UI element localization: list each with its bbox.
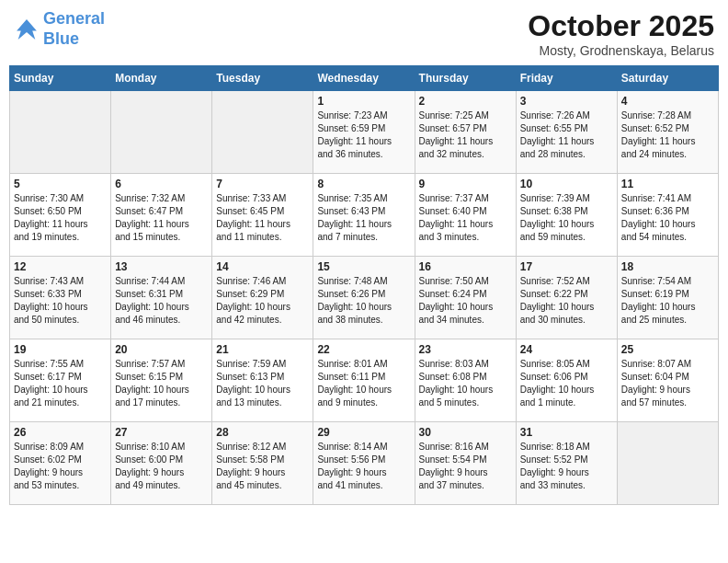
title-block: October 2025 Mosty, Grodnenskaya, Belaru… [528, 9, 714, 58]
day-number: 1 [317, 95, 410, 108]
calendar-cell: 29Sunrise: 8:14 AM Sunset: 5:56 PM Dayli… [313, 422, 415, 505]
header-saturday: Saturday [617, 66, 718, 91]
calendar-cell: 23Sunrise: 8:03 AM Sunset: 6:08 PM Dayli… [415, 339, 516, 422]
day-number: 27 [115, 426, 208, 439]
calendar-week-0: 1Sunrise: 7:23 AM Sunset: 6:59 PM Daylig… [10, 91, 719, 174]
day-number: 29 [317, 426, 410, 439]
day-info: Sunrise: 7:26 AM Sunset: 6:55 PM Dayligh… [520, 109, 613, 161]
day-info: Sunrise: 7:57 AM Sunset: 6:15 PM Dayligh… [115, 358, 208, 409]
calendar-cell: 13Sunrise: 7:44 AM Sunset: 6:31 PM Dayli… [111, 257, 212, 339]
header-friday: Friday [516, 66, 617, 91]
calendar-cell: 15Sunrise: 7:48 AM Sunset: 6:26 PM Dayli… [313, 257, 415, 339]
day-number: 14 [216, 260, 309, 273]
day-info: Sunrise: 7:25 AM Sunset: 6:57 PM Dayligh… [419, 109, 512, 161]
day-number: 8 [317, 178, 410, 190]
logo: General Blue [14, 9, 105, 49]
header-sunday: Sunday [10, 66, 111, 91]
header-monday: Monday [111, 66, 212, 91]
day-number: 6 [115, 178, 208, 190]
calendar-cell: 20Sunrise: 7:57 AM Sunset: 6:15 PM Dayli… [111, 339, 212, 422]
day-number: 17 [520, 260, 613, 273]
header-wednesday: Wednesday [313, 66, 415, 91]
header-tuesday: Tuesday [212, 66, 313, 91]
day-number: 12 [14, 260, 107, 273]
day-info: Sunrise: 7:33 AM Sunset: 6:45 PM Dayligh… [216, 192, 309, 244]
logo-line1: General [43, 9, 105, 28]
day-info: Sunrise: 8:16 AM Sunset: 5:54 PM Dayligh… [419, 441, 512, 492]
calendar-cell: 30Sunrise: 8:16 AM Sunset: 5:54 PM Dayli… [415, 422, 516, 505]
day-info: Sunrise: 8:07 AM Sunset: 6:04 PM Dayligh… [621, 358, 714, 409]
day-info: Sunrise: 7:44 AM Sunset: 6:31 PM Dayligh… [115, 275, 208, 327]
calendar-cell [617, 422, 718, 505]
calendar-week-2: 12Sunrise: 7:43 AM Sunset: 6:33 PM Dayli… [10, 257, 719, 339]
calendar-cell: 25Sunrise: 8:07 AM Sunset: 6:04 PM Dayli… [617, 339, 718, 422]
calendar-cell: 28Sunrise: 8:12 AM Sunset: 5:58 PM Dayli… [212, 422, 313, 505]
calendar-cell: 1Sunrise: 7:23 AM Sunset: 6:59 PM Daylig… [313, 91, 415, 174]
day-info: Sunrise: 7:48 AM Sunset: 6:26 PM Dayligh… [317, 275, 410, 327]
calendar-cell: 6Sunrise: 7:32 AM Sunset: 6:47 PM Daylig… [111, 174, 212, 257]
day-info: Sunrise: 7:46 AM Sunset: 6:29 PM Dayligh… [216, 275, 309, 327]
day-number: 9 [419, 178, 512, 190]
day-info: Sunrise: 8:05 AM Sunset: 6:06 PM Dayligh… [520, 358, 613, 409]
day-number: 13 [115, 260, 208, 273]
logo-text: General Blue [43, 9, 105, 49]
calendar-cell: 18Sunrise: 7:54 AM Sunset: 6:19 PM Dayli… [617, 257, 718, 339]
calendar-cell: 31Sunrise: 8:18 AM Sunset: 5:52 PM Dayli… [516, 422, 617, 505]
day-number: 3 [520, 95, 613, 108]
day-number: 20 [115, 343, 208, 356]
day-info: Sunrise: 7:54 AM Sunset: 6:19 PM Dayligh… [621, 275, 714, 327]
day-number: 2 [419, 95, 512, 108]
day-number: 4 [621, 95, 714, 108]
calendar-cell: 24Sunrise: 8:05 AM Sunset: 6:06 PM Dayli… [516, 339, 617, 422]
month-title: October 2025 [528, 9, 714, 43]
day-number: 25 [621, 343, 714, 356]
calendar-cell: 9Sunrise: 7:37 AM Sunset: 6:40 PM Daylig… [415, 174, 516, 257]
calendar-cell: 27Sunrise: 8:10 AM Sunset: 6:00 PM Dayli… [111, 422, 212, 505]
day-info: Sunrise: 7:43 AM Sunset: 6:33 PM Dayligh… [14, 275, 107, 327]
calendar-cell [111, 91, 212, 174]
calendar-cell: 4Sunrise: 7:28 AM Sunset: 6:52 PM Daylig… [617, 91, 718, 174]
calendar-cell: 14Sunrise: 7:46 AM Sunset: 6:29 PM Dayli… [212, 257, 313, 339]
day-info: Sunrise: 7:39 AM Sunset: 6:38 PM Dayligh… [520, 192, 613, 244]
day-info: Sunrise: 7:30 AM Sunset: 6:50 PM Dayligh… [14, 192, 107, 244]
day-info: Sunrise: 8:01 AM Sunset: 6:11 PM Dayligh… [317, 358, 410, 409]
day-info: Sunrise: 7:37 AM Sunset: 6:40 PM Dayligh… [419, 192, 512, 244]
day-info: Sunrise: 8:18 AM Sunset: 5:52 PM Dayligh… [520, 441, 613, 492]
calendar-cell [10, 91, 111, 174]
logo-icon [14, 17, 40, 42]
calendar-week-3: 19Sunrise: 7:55 AM Sunset: 6:17 PM Dayli… [10, 339, 719, 422]
calendar-cell: 10Sunrise: 7:39 AM Sunset: 6:38 PM Dayli… [516, 174, 617, 257]
calendar-cell: 12Sunrise: 7:43 AM Sunset: 6:33 PM Dayli… [10, 257, 111, 339]
day-info: Sunrise: 7:28 AM Sunset: 6:52 PM Dayligh… [621, 109, 714, 161]
day-info: Sunrise: 7:52 AM Sunset: 6:22 PM Dayligh… [520, 275, 613, 327]
day-number: 7 [216, 178, 309, 190]
day-info: Sunrise: 7:55 AM Sunset: 6:17 PM Dayligh… [14, 358, 107, 409]
day-number: 31 [520, 426, 613, 439]
calendar-cell: 2Sunrise: 7:25 AM Sunset: 6:57 PM Daylig… [415, 91, 516, 174]
calendar-cell: 3Sunrise: 7:26 AM Sunset: 6:55 PM Daylig… [516, 91, 617, 174]
calendar-cell: 5Sunrise: 7:30 AM Sunset: 6:50 PM Daylig… [10, 174, 111, 257]
day-info: Sunrise: 7:23 AM Sunset: 6:59 PM Dayligh… [317, 109, 410, 161]
day-info: Sunrise: 7:41 AM Sunset: 6:36 PM Dayligh… [621, 192, 714, 244]
day-info: Sunrise: 7:50 AM Sunset: 6:24 PM Dayligh… [419, 275, 512, 327]
day-info: Sunrise: 8:03 AM Sunset: 6:08 PM Dayligh… [419, 358, 512, 409]
day-info: Sunrise: 8:09 AM Sunset: 6:02 PM Dayligh… [14, 441, 107, 492]
page-header: General Blue October 2025 Mosty, Grodnen… [9, 9, 719, 58]
calendar-cell: 8Sunrise: 7:35 AM Sunset: 6:43 PM Daylig… [313, 174, 415, 257]
day-info: Sunrise: 8:10 AM Sunset: 6:00 PM Dayligh… [115, 441, 208, 492]
calendar-week-1: 5Sunrise: 7:30 AM Sunset: 6:50 PM Daylig… [10, 174, 719, 257]
logo-line2: Blue [43, 29, 105, 50]
header-thursday: Thursday [415, 66, 516, 91]
day-number: 15 [317, 260, 410, 273]
calendar-cell: 11Sunrise: 7:41 AM Sunset: 6:36 PM Dayli… [617, 174, 718, 257]
day-number: 21 [216, 343, 309, 356]
day-number: 24 [520, 343, 613, 356]
day-number: 28 [216, 426, 309, 439]
calendar-cell: 22Sunrise: 8:01 AM Sunset: 6:11 PM Dayli… [313, 339, 415, 422]
calendar-cell: 7Sunrise: 7:33 AM Sunset: 6:45 PM Daylig… [212, 174, 313, 257]
day-number: 19 [14, 343, 107, 356]
calendar-cell: 17Sunrise: 7:52 AM Sunset: 6:22 PM Dayli… [516, 257, 617, 339]
location-subtitle: Mosty, Grodnenskaya, Belarus [528, 43, 714, 58]
day-info: Sunrise: 7:35 AM Sunset: 6:43 PM Dayligh… [317, 192, 410, 244]
calendar-table: SundayMondayTuesdayWednesdayThursdayFrid… [9, 65, 719, 505]
